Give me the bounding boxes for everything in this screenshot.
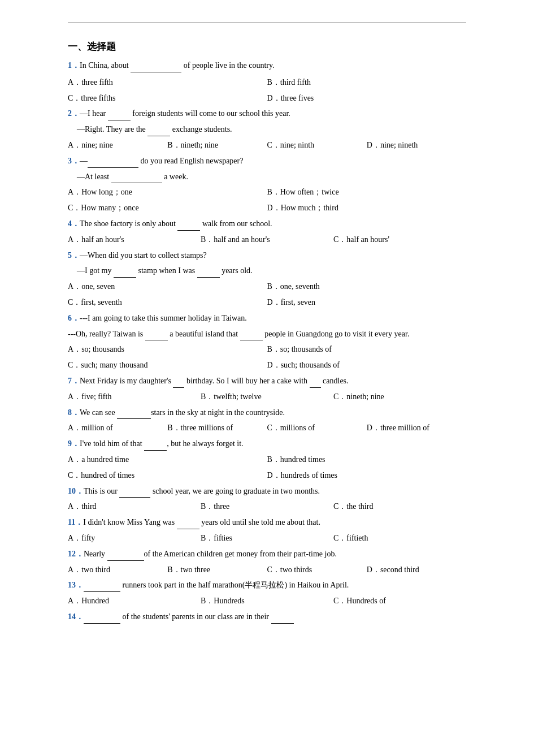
q6-option-c[interactable]: C．such; many thousand <box>68 358 267 372</box>
question-8: 8．We can see stars in the sky at night i… <box>68 406 466 420</box>
q2-option-b[interactable]: B．nineth; nine <box>167 139 267 152</box>
q2-option-d[interactable]: D．nine; nineth <box>367 139 466 152</box>
question-6-line1: 6．---I am going to take this summer holi… <box>68 312 466 325</box>
question-3-line1: 3．— do you read English newspaper? <box>68 154 466 168</box>
q13-text: runners took part in the half marathon(半… <box>84 581 349 589</box>
q10-option-b[interactable]: B．three <box>201 500 333 513</box>
q5-option-a[interactable]: A．one, seven <box>68 280 267 293</box>
q2-option-c[interactable]: C．nine; ninth <box>267 139 367 152</box>
q12-option-d[interactable]: D．second third <box>367 563 466 577</box>
question-5-line2: —I got my stamp when I was years old. <box>68 264 466 278</box>
q3-options-1: A．How long；one B．How often；twice <box>68 185 466 199</box>
question-3-line2: —At least a week. <box>68 170 466 184</box>
q5-blank1 <box>114 270 136 278</box>
q3-option-b[interactable]: B．How often；twice <box>267 185 467 199</box>
q11-option-c[interactable]: C．fiftieth <box>333 532 466 545</box>
q13-option-c[interactable]: C．Hundreds of <box>333 594 466 608</box>
q10-blank <box>119 490 150 498</box>
q6-option-b[interactable]: B．so; thousands of <box>267 343 467 356</box>
q4-option-c[interactable]: C．half an hours' <box>333 233 466 247</box>
q3-text1: — do you read English newspaper? <box>80 157 243 165</box>
q7-option-c[interactable]: C．nineth; nine <box>333 390 466 404</box>
q1-number: 1． <box>68 61 80 70</box>
q11-number: 11． <box>68 518 83 526</box>
q9-option-d[interactable]: D．hundreds of times <box>267 469 467 482</box>
q1-option-c[interactable]: C．three fifths <box>68 92 267 105</box>
q12-option-b[interactable]: B．two three <box>167 563 267 577</box>
q8-option-d[interactable]: D．three million of <box>367 421 466 435</box>
q1-option-b[interactable]: B．third fifth <box>267 76 467 89</box>
q13-number: 13． <box>68 581 84 589</box>
q10-options: A．third B．three C．the third <box>68 500 466 513</box>
q1-options-2: C．three fifths D．three fives <box>68 92 466 105</box>
q5-option-c[interactable]: C．first, seventh <box>68 296 267 309</box>
q5-option-d[interactable]: D．first, seven <box>267 296 467 309</box>
question-2-line1: 2．—I hear foreign students will come to … <box>68 107 466 120</box>
question-5-line1: 5．—When did you start to collect stamps? <box>68 249 466 262</box>
question-2-line2: —Right. They are the exchange students. <box>68 123 466 136</box>
q11-option-b[interactable]: B．fifties <box>201 532 333 545</box>
q9-number: 9． <box>68 439 80 448</box>
q9-options-2: C．hundred of times D．hundreds of times <box>68 469 466 482</box>
q1-blank <box>131 64 181 72</box>
question-7: 7．Next Friday is my daughter's birthday.… <box>68 374 466 388</box>
q7-number: 7． <box>68 377 80 385</box>
q7-option-a[interactable]: A．five; fifth <box>68 390 201 404</box>
q4-option-a[interactable]: A．half an hour's <box>68 233 201 247</box>
q14-number: 14． <box>68 612 84 621</box>
q12-options: A．two third B．two three C．two thirds D．s… <box>68 563 466 577</box>
q2-blank2 <box>147 128 170 136</box>
q2-text2: —Right. They are the exchange students. <box>77 125 232 133</box>
q6-option-a[interactable]: A．so; thousands <box>68 343 267 356</box>
q7-option-b[interactable]: B．twelfth; twelve <box>201 390 333 404</box>
q11-options: A．fifty B．fifties C．fiftieth <box>68 532 466 545</box>
q4-option-b[interactable]: B．half and an hour's <box>201 233 333 247</box>
q4-blank <box>177 223 200 231</box>
q11-blank <box>177 521 199 529</box>
question-14: 14． of the students' parents in our clas… <box>68 610 466 624</box>
q13-options: A．Hundred B．Hundreds C．Hundreds of <box>68 594 466 608</box>
question-12: 12．Nearly of the American children get m… <box>68 547 466 561</box>
q3-number: 3． <box>68 157 80 165</box>
q8-option-a[interactable]: A．million of <box>68 421 167 435</box>
q1-text: In China, about of people live in the co… <box>80 61 275 70</box>
q8-option-c[interactable]: C．millions of <box>267 421 367 435</box>
q13-option-b[interactable]: B．Hundreds <box>201 594 333 608</box>
q11-option-a[interactable]: A．fifty <box>68 532 201 545</box>
q6-blank2 <box>240 332 263 340</box>
q10-option-a[interactable]: A．third <box>68 500 201 513</box>
q13-option-a[interactable]: A．Hundred <box>68 594 201 608</box>
q9-blank <box>144 443 167 451</box>
q3-option-a[interactable]: A．How long；one <box>68 185 267 199</box>
q9-option-c[interactable]: C．hundred of times <box>68 469 267 482</box>
question-11: 11．I didn't know Miss Yang was years old… <box>68 516 466 529</box>
q9-option-a[interactable]: A．a hundred time <box>68 453 267 466</box>
q6-text2: ---Oh, really? Taiwan is a beautiful isl… <box>68 330 409 338</box>
question-10: 10．This is our school year, we are going… <box>68 485 466 498</box>
q5-text2: —I got my stamp when I was years old. <box>77 266 253 275</box>
q7-options: A．five; fifth B．twelfth; twelve C．nineth… <box>68 390 466 404</box>
q6-options-2: C．such; many thousand D．such; thousands … <box>68 358 466 372</box>
q1-option-d[interactable]: D．three fives <box>267 92 467 105</box>
q3-option-c[interactable]: C．How many；once <box>68 201 267 215</box>
q9-text: I've told him of that , but he always fo… <box>80 439 244 448</box>
q9-option-b[interactable]: B．hundred times <box>267 453 467 466</box>
q4-number: 4． <box>68 219 80 228</box>
q10-option-c[interactable]: C．the third <box>333 500 466 513</box>
q5-option-b[interactable]: B．one, seventh <box>267 280 467 293</box>
q4-options: A．half an hour's B．half and an hour's C．… <box>68 233 466 247</box>
q12-option-c[interactable]: C．two thirds <box>267 563 367 577</box>
q6-option-d[interactable]: D．such; thousands of <box>267 358 467 372</box>
q2-option-a[interactable]: A．nine; nine <box>68 139 167 152</box>
q12-number: 12． <box>68 550 84 558</box>
top-divider <box>68 23 466 23</box>
q2-options: A．nine; nine B．nineth; nine C．nine; nint… <box>68 139 466 152</box>
q9-options-1: A．a hundred time B．hundred times <box>68 453 466 466</box>
q5-number: 5． <box>68 251 80 260</box>
q3-option-d[interactable]: D．How much；third <box>267 201 467 215</box>
q8-option-b[interactable]: B．three millions of <box>167 421 267 435</box>
q5-options-2: C．first, seventh D．first, seven <box>68 296 466 309</box>
q7-blank1 <box>173 380 184 388</box>
q12-option-a[interactable]: A．two third <box>68 563 167 577</box>
q1-option-a[interactable]: A．three fifth <box>68 76 267 89</box>
